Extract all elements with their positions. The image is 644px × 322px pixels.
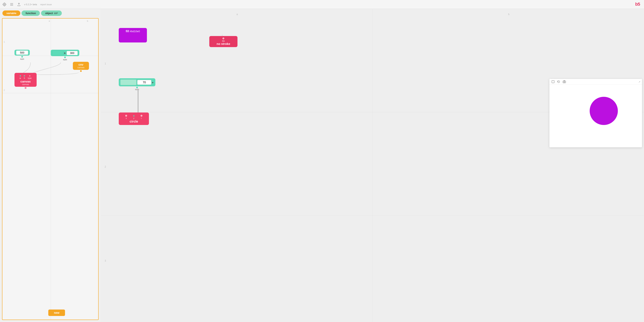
left-col-b-label: b	[87, 20, 88, 22]
left-row1-label: 1	[4, 41, 5, 43]
ns-title: no stroke	[214, 42, 233, 46]
right-col-a: a	[236, 13, 238, 16]
circle-node[interactable]: x y r circle	[119, 112, 149, 125]
tab-object[interactable]: object WIP	[41, 10, 62, 16]
circle-x-label: x	[126, 117, 127, 119]
num-node-1: 500 num	[14, 50, 30, 60]
cnv-sub: canvas	[76, 66, 85, 69]
circle-r-label: r	[141, 117, 142, 119]
cnv-bottom-port	[80, 70, 82, 72]
canvas-node[interactable]: w h type canvas canvas	[14, 73, 37, 89]
svg-point-0	[3, 3, 6, 6]
num-node-2: ▶ 300 num	[51, 50, 79, 61]
tab-function[interactable]: function	[22, 10, 40, 16]
num2-label: num	[51, 58, 79, 61]
circle-y-port	[133, 115, 134, 116]
circle-y-label: y	[133, 117, 134, 119]
canvas-bottom-port	[25, 87, 26, 89]
rnum-bottom-port	[136, 87, 138, 88]
fill-label: fill	[126, 30, 129, 33]
circle-x-port	[126, 115, 127, 116]
num1-bottom-port	[21, 56, 23, 58]
tab-variable[interactable]: variable	[2, 10, 20, 16]
canvas-h-port	[24, 75, 25, 76]
canvas-type-label: type	[28, 77, 32, 79]
num2-input[interactable]: 300	[66, 51, 78, 55]
cnv-node[interactable]: cnv canvas	[73, 62, 89, 72]
topbar: v 0.2.2+ beta report issue b5	[0, 0, 322, 9]
circle-r-port	[141, 115, 142, 116]
rnum-input[interactable]: 70	[137, 80, 151, 85]
canvas-node-title: canvas	[18, 80, 33, 83]
canvas-h-label: h	[24, 77, 25, 79]
left-row2-label: 2	[4, 89, 5, 91]
canvas-node-sub: canvas	[18, 83, 33, 86]
left-panel: a b 1 2 500 num ▶ 300 num	[2, 18, 98, 161]
num1-label: num	[14, 58, 30, 60]
right-row1: 1	[105, 62, 106, 65]
export-icon[interactable]	[17, 2, 21, 6]
num1-input[interactable]: 500	[16, 50, 28, 55]
left-col-a-label: a	[49, 20, 50, 22]
fill-value: #bd10e0	[130, 30, 140, 33]
num2-bottom-port	[64, 56, 66, 58]
ns-small-label: ns	[214, 40, 233, 42]
canvas-w-port	[20, 75, 21, 76]
report-link[interactable]: report issue	[40, 3, 52, 6]
circle-title: circle	[122, 120, 145, 123]
target-icon[interactable]	[2, 2, 6, 6]
canvas-type-port	[29, 75, 30, 76]
ns-top-port	[222, 38, 224, 39]
cnv-title: cnv	[76, 63, 85, 66]
left-grid-vline1	[51, 18, 51, 161]
fill-node[interactable]: fill #bd10e0	[119, 28, 147, 42]
rnum-node: 70 ▶ num	[119, 78, 155, 90]
list-icon[interactable]	[10, 2, 14, 6]
version-badge: v 0.2.2+ beta	[24, 3, 37, 6]
ns-node[interactable]: ns no stroke	[209, 36, 238, 47]
right-panel: a b 1 2 3 fill #bd10e0 ns no stroke 70 ▶…	[100, 9, 322, 161]
rnum-arrow: ▶	[152, 81, 154, 84]
tabbar: variable function object WIP	[0, 9, 64, 18]
canvas-w-label: w	[20, 77, 21, 79]
rnum-label: num	[119, 88, 155, 90]
left-grid-hline2	[2, 93, 98, 93]
svg-point-1	[4, 4, 5, 5]
left-wire-layer	[2, 18, 98, 161]
